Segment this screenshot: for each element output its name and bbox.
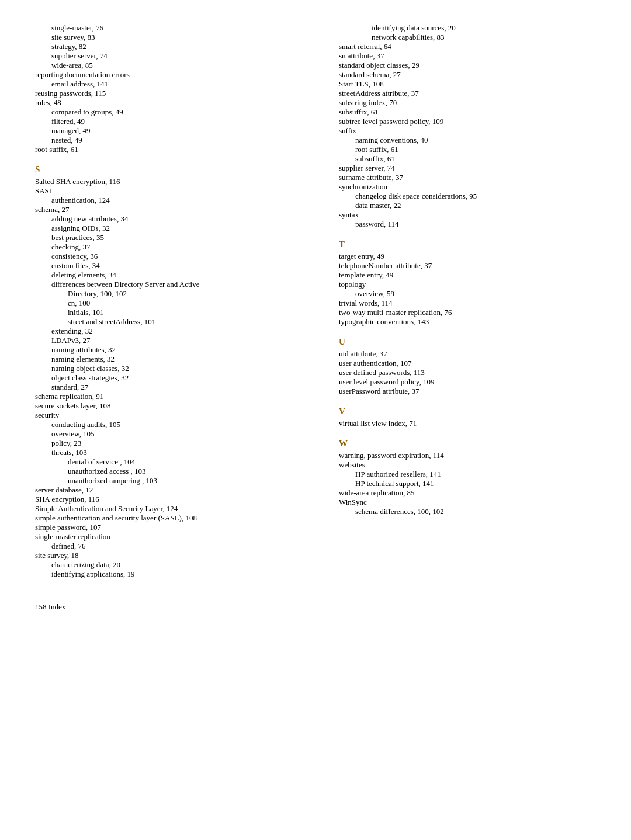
index-entry: T (339, 239, 596, 249)
index-entry: SHA encryption, 116 (35, 495, 316, 504)
index-entry: root suffix, 61 (339, 145, 596, 154)
index-entry: template entry, 49 (339, 270, 596, 280)
index-entry: schema, 27 (35, 205, 316, 214)
index-entry: Directory, 100, 102 (35, 289, 316, 298)
index-entry: sn attribute, 37 (339, 51, 596, 61)
index-entry: object class strategies, 32 (35, 373, 316, 383)
index-entry: typographic conventions, 143 (339, 317, 596, 327)
index-entry: LDAPv3, 27 (35, 336, 316, 345)
index-entry: user authentication, 107 (339, 359, 596, 368)
index-entry: reusing passwords, 115 (35, 89, 316, 98)
index-entry: single-master, 76 (35, 23, 316, 33)
index-entry: W (339, 439, 596, 449)
index-entry: unauthorized access , 103 (35, 467, 316, 476)
index-entry: streetAddress attribute, 37 (339, 89, 596, 98)
column-left: single-master, 76site survey, 83strategy… (35, 23, 316, 579)
index-entry: HP authorized resellers, 141 (339, 470, 596, 479)
index-entry: denial of service , 104 (35, 457, 316, 467)
index-entry: trivial words, 114 (339, 298, 596, 308)
index-entry: site survey, 83 (35, 33, 316, 42)
index-entry: defined, 76 (35, 542, 316, 551)
index-entry: cn, 100 (35, 298, 316, 308)
index-entry: security (35, 411, 316, 420)
page-footer: 158 Index (35, 602, 596, 612)
index-entry: extending, 32 (35, 327, 316, 336)
index-entry: deleting elements, 34 (35, 270, 316, 280)
index-entry: custom files, 34 (35, 261, 316, 270)
index-entry: topology (339, 280, 596, 289)
index-entry: standard, 27 (35, 383, 316, 392)
index-entry: Salted SHA encryption, 116 (35, 177, 316, 186)
index-entry: identifying applications, 19 (35, 570, 316, 579)
index-entry: virtual list view index, 71 (339, 419, 596, 428)
index-entry: standard object classes, 29 (339, 61, 596, 70)
index-entry: wide-area, 85 (35, 61, 316, 70)
index-entry: standard schema, 27 (339, 70, 596, 79)
index-entry: naming object classes, 32 (35, 364, 316, 373)
index-entry: checking, 37 (35, 242, 316, 252)
index-entry: two-way multi-master replication, 76 (339, 308, 596, 317)
index-entry: naming conventions, 40 (339, 136, 596, 145)
index-entry: subsuffix, 61 (339, 107, 596, 117)
index-entry: userPassword attribute, 37 (339, 387, 596, 396)
index-entry: schema replication, 91 (35, 392, 316, 401)
index-entry: user defined passwords, 113 (339, 368, 596, 377)
index-entry: identifying data sources, 20 (339, 23, 596, 33)
index-entry: differences between Directory Server and… (35, 280, 316, 289)
index-entry: secure sockets layer, 108 (35, 401, 316, 411)
index-entry: assigning OIDs, 32 (35, 224, 316, 233)
index-entry: V (339, 407, 596, 416)
index-entry: email address, 141 (35, 79, 316, 89)
index-entry: syntax (339, 210, 596, 220)
index-entry: simple authentication and security layer… (35, 513, 316, 523)
index-entry: password, 114 (339, 220, 596, 229)
index-entry: subsuffix, 61 (339, 154, 596, 164)
index-entry: naming attributes, 32 (35, 345, 316, 355)
index-entry: subtree level password policy, 109 (339, 117, 596, 126)
index-entry: substring index, 70 (339, 98, 596, 107)
index-entry: data master, 22 (339, 201, 596, 210)
index-entry: roles, 48 (35, 98, 316, 107)
index-entry: SASL (35, 186, 316, 196)
page-content: single-master, 76site survey, 83strategy… (35, 23, 596, 579)
index-entry: simple password, 107 (35, 523, 316, 532)
index-entry: websites (339, 460, 596, 470)
index-entry: Start TLS, 108 (339, 79, 596, 89)
index-entry: street and streetAddress, 101 (35, 317, 316, 327)
index-entry: nested, 49 (35, 136, 316, 145)
index-entry: network capabilities, 83 (339, 33, 596, 42)
index-entry: user level password policy, 109 (339, 377, 596, 387)
index-entry: U (339, 337, 596, 347)
index-entry: reporting documentation errors (35, 70, 316, 79)
index-entry: Simple Authentication and Security Layer… (35, 504, 316, 513)
index-entry: adding new attributes, 34 (35, 214, 316, 224)
index-entry: telephoneNumber attribute, 37 (339, 261, 596, 270)
index-entry: consistency, 36 (35, 252, 316, 261)
index-entry: surname attribute, 37 (339, 173, 596, 182)
index-entry: strategy, 82 (35, 42, 316, 51)
index-entry: site survey, 18 (35, 551, 316, 560)
column-right: identifying data sources, 20network capa… (339, 23, 596, 579)
index-entry: changelog disk space considerations, 95 (339, 192, 596, 201)
index-entry: uid attribute, 37 (339, 349, 596, 359)
index-entry: policy, 23 (35, 439, 316, 448)
index-entry: managed, 49 (35, 126, 316, 136)
index-entry: server database, 12 (35, 485, 316, 495)
index-entry: authentication, 124 (35, 196, 316, 205)
index-entry: S (35, 165, 316, 175)
index-entry: HP technical support, 141 (339, 479, 596, 488)
index-entry: supplier server, 74 (35, 51, 316, 61)
index-entry: threats, 103 (35, 448, 316, 457)
index-entry: initials, 101 (35, 308, 316, 317)
index-entry: target entry, 49 (339, 252, 596, 261)
index-entry: root suffix, 61 (35, 145, 316, 154)
index-entry: synchronization (339, 182, 596, 192)
index-entry: WinSync (339, 498, 596, 507)
index-entry: conducting audits, 105 (35, 420, 316, 429)
index-entry: best practices, 35 (35, 233, 316, 242)
index-entry: smart referral, 64 (339, 42, 596, 51)
index-entry: unauthorized tampering , 103 (35, 476, 316, 485)
footer-text: 158 Index (35, 602, 65, 611)
index-entry: compared to groups, 49 (35, 107, 316, 117)
index-entry: overview, 105 (35, 429, 316, 439)
